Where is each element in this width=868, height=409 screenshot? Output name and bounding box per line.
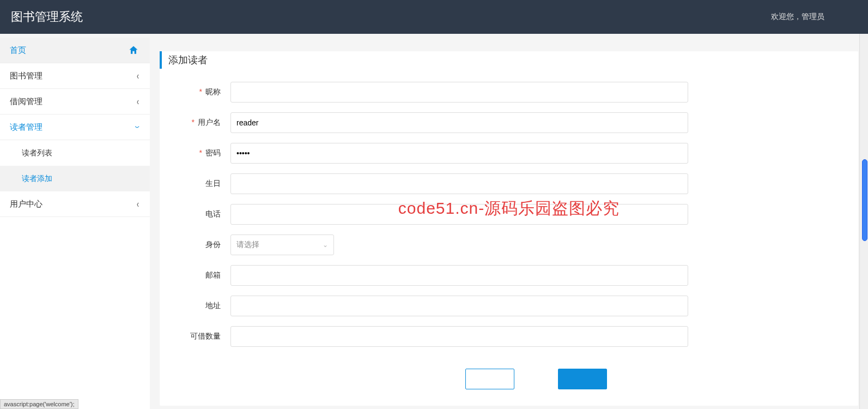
cancel-button[interactable] [465,369,514,389]
scrollbar-thumb[interactable] [862,159,867,241]
label-email: 邮箱 [205,270,221,279]
nav-home[interactable]: 首页 [0,38,150,63]
chevron-left-icon: ‹ [137,198,139,210]
select-identity-placeholder: 请选择 [236,240,259,250]
label-address: 地址 [205,301,221,310]
subnav-reader-list-label: 读者列表 [22,148,52,158]
page-title: 添加读者 [160,51,858,69]
topbar: 图书管理系统 欢迎您，管理员 [0,0,868,34]
input-phone[interactable] [230,204,688,225]
input-birthday[interactable] [230,173,688,194]
nav-borrow-mgmt[interactable]: 借阅管理 ‹ [0,89,150,115]
main-content: 添加读者 *昵称 *用户名 *密码 生日 [150,34,868,409]
nav-book-mgmt[interactable]: 图书管理 ‹ [0,63,150,89]
scrollbar-track[interactable] [859,34,868,409]
nav-reader-mgmt[interactable]: 读者管理 › [0,115,150,140]
input-username[interactable] [230,112,688,133]
chevron-left-icon: ‹ [137,70,139,82]
chevron-down-icon: › [132,126,144,128]
subnav-reader-add[interactable]: 读者添加 [0,166,150,191]
select-identity[interactable]: 请选择 ⌄ [230,234,334,255]
label-phone: 电话 [205,209,221,218]
nav-home-label: 首页 [10,45,128,56]
label-birthday: 生日 [205,179,221,188]
input-email[interactable] [230,265,688,286]
statusbar: avascript:page('welcome'); [0,399,78,409]
app-title: 图书管理系统 [11,9,771,25]
nav-user-center-label: 用户中心 [10,199,137,209]
submit-button[interactable] [558,369,607,389]
label-identity: 身份 [205,240,221,249]
input-nickname[interactable] [230,82,688,103]
input-address[interactable] [230,296,688,316]
required-marker: * [192,118,195,127]
input-password[interactable] [230,143,688,164]
label-nickname: 昵称 [205,87,221,96]
chevron-down-icon: ⌄ [323,241,328,249]
sidebar: 首页 图书管理 ‹ 借阅管理 ‹ 读者管理 › 读者列表 读者添加 用户中心 ‹ [0,38,150,409]
nav-reader-label: 读者管理 [10,122,137,133]
nav-user-center[interactable]: 用户中心 ‹ [0,191,150,217]
home-icon [128,45,139,56]
label-username: 用户名 [198,118,221,127]
label-borrow-qty: 可借数量 [190,332,221,340]
add-reader-form: *昵称 *用户名 *密码 生日 电话 [160,82,858,389]
subnav-reader-list[interactable]: 读者列表 [0,140,150,166]
input-borrow-qty[interactable] [230,326,688,347]
nav-book-label: 图书管理 [10,71,137,81]
subnav-reader-add-label: 读者添加 [22,174,52,184]
nav-borrow-label: 借阅管理 [10,97,137,107]
required-marker: * [199,87,202,96]
required-marker: * [199,148,202,157]
welcome-text[interactable]: 欢迎您，管理员 [771,12,824,22]
label-password: 密码 [205,148,221,157]
chevron-left-icon: ‹ [137,95,139,107]
